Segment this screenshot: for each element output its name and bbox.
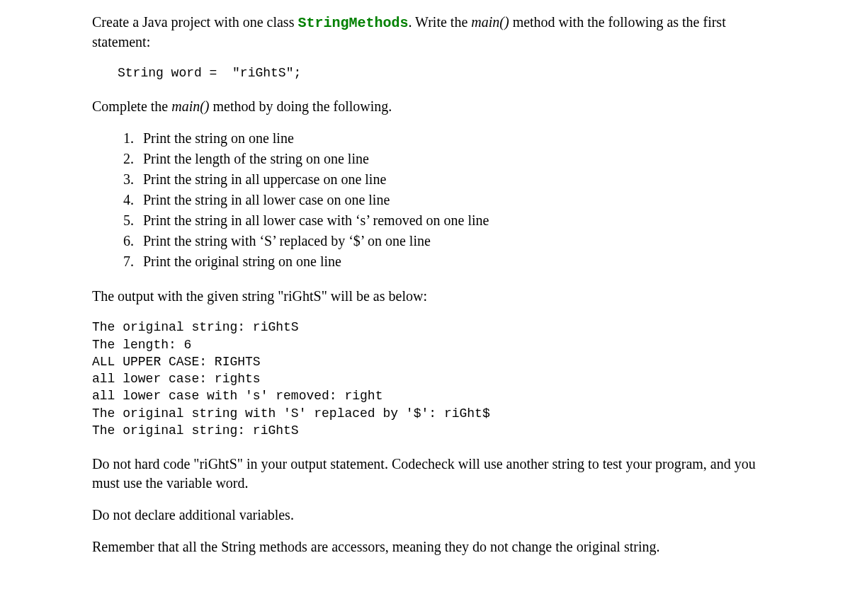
list-item: Print the string with ‘S’ replaced by ‘$… [137, 232, 786, 251]
steps-list: Print the string on one line Print the l… [118, 129, 786, 271]
intro-text-1: Create a Java project with one class [92, 14, 298, 30]
intro-text-2: . Write the [408, 14, 471, 30]
list-item: Print the string on one line [137, 129, 786, 148]
list-item: Print the string in all lower case on on… [137, 190, 786, 210]
output-intro: The output with the given string "riGhtS… [92, 287, 786, 306]
method-name-2: main() [171, 98, 209, 114]
note-variables: Do not declare additional variables. [92, 506, 786, 525]
note-hardcode: Do not hard code "riGhtS" in your output… [92, 455, 786, 493]
intro-paragraph: Create a Java project with one class Str… [92, 13, 786, 52]
list-item: Print the original string on one line [137, 252, 786, 271]
complete-text-1: Complete the [92, 98, 171, 114]
complete-paragraph: Complete the main() method by doing the … [92, 97, 786, 116]
code-snippet: String word = "riGhtS"; [118, 64, 786, 81]
output-block: The original string: riGhtS The length: … [92, 319, 786, 439]
list-item: Print the string in all lower case with … [137, 211, 786, 230]
note-accessors: Remember that all the String methods are… [92, 537, 786, 557]
class-name: StringMethods [298, 15, 408, 31]
method-name-1: main() [471, 14, 509, 30]
list-item: Print the length of the string on one li… [137, 149, 786, 169]
list-item: Print the string in all uppercase on one… [137, 170, 786, 189]
complete-text-2: method by doing the following. [210, 98, 392, 114]
